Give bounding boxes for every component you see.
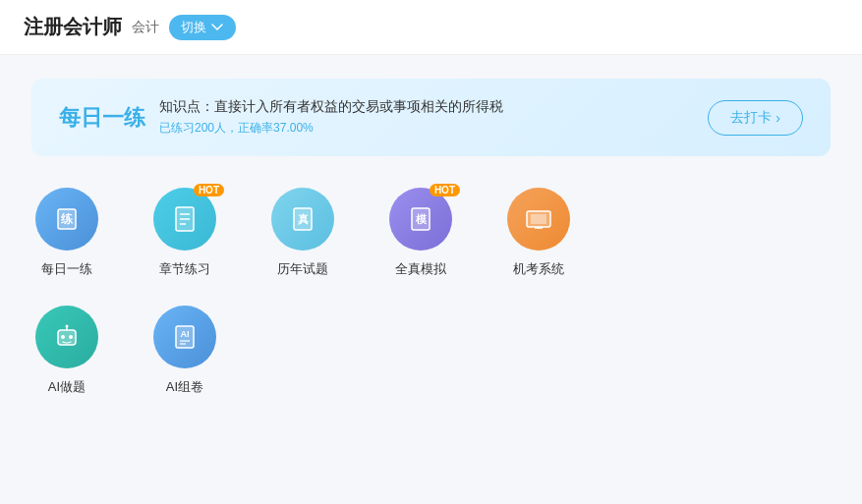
svg-point-22 (69, 335, 73, 339)
svg-text:模: 模 (415, 213, 428, 225)
menu-item-ai-compose[interactable]: AI AI组卷 (149, 306, 220, 396)
exam-label-text: 机考系统 (513, 260, 564, 278)
banner-knowledge: 知识点：直接计入所有者权益的交易或事项相关的所得税 (159, 98, 503, 116)
go-btn[interactable]: 去打卡 › (708, 100, 803, 136)
daily-banner: 每日一练 知识点：直接计入所有者权益的交易或事项相关的所得税 已练习200人，正… (31, 79, 831, 156)
chapter-hot-badge: HOT (194, 184, 224, 196)
history-label-text: 历年试题 (277, 260, 328, 278)
icon-row-2: AI做题 AI AI组卷 (31, 306, 831, 396)
svg-text:练: 练 (61, 212, 74, 226)
go-btn-label: 去打卡 (730, 109, 772, 127)
daily-label: 每日一练 (59, 103, 145, 133)
main-content: 每日一练 知识点：直接计入所有者权益的交易或事项相关的所得税 已练习200人，正… (0, 55, 862, 420)
icon-grid: 练 每日一练 HOT 章节练习 (31, 188, 831, 396)
svg-point-24 (66, 325, 69, 328)
menu-item-chapter[interactable]: HOT 章节练习 (149, 188, 220, 278)
icon-row-1: 练 每日一练 HOT 章节练习 (31, 188, 831, 278)
history-icon: 真 (287, 203, 318, 235)
chapter-icon (169, 203, 201, 235)
switch-button[interactable]: 切换 (169, 15, 236, 40)
switch-label: 切换 (181, 19, 206, 36)
fullsim-label-text: 全真模拟 (395, 260, 446, 278)
menu-item-history[interactable]: 真 历年试题 (267, 188, 338, 278)
header-subtitle: 会计 (132, 19, 159, 36)
exam-icon (523, 203, 554, 235)
banner-info: 知识点：直接计入所有者权益的交易或事项相关的所得税 已练习200人，正确率37.… (159, 98, 503, 137)
switch-icon (210, 21, 224, 34)
header: 注册会计师 会计 切换 (0, 0, 862, 55)
svg-point-21 (61, 335, 65, 339)
menu-item-exam[interactable]: 机考系统 (503, 188, 574, 278)
daily-label-text: 每日一练 (41, 260, 92, 278)
banner-stats: 已练习200人，正确率37.00% (159, 120, 503, 137)
daily-icon: 练 (51, 203, 83, 235)
menu-item-fullsim[interactable]: HOT 模 全真模拟 (385, 188, 456, 278)
ai-compose-icon: AI (169, 321, 201, 353)
svg-text:AI: AI (181, 329, 190, 339)
fullsim-icon: 模 (405, 203, 436, 235)
banner-left: 每日一练 知识点：直接计入所有者权益的交易或事项相关的所得税 已练习200人，正… (59, 98, 708, 137)
chapter-icon-circle: HOT (153, 188, 216, 251)
ai-do-label-text: AI做题 (48, 378, 86, 396)
header-title: 注册会计师 (24, 14, 122, 40)
daily-icon-circle: 练 (35, 188, 98, 251)
history-icon-circle: 真 (271, 188, 334, 251)
menu-item-ai-do[interactable]: AI做题 (31, 306, 102, 396)
ai-compose-icon-circle: AI (153, 306, 216, 368)
svg-rect-16 (531, 214, 546, 224)
ai-do-icon (51, 321, 83, 353)
chapter-label-text: 章节练习 (159, 260, 210, 278)
fullsim-icon-circle: HOT 模 (389, 188, 452, 251)
chevron-right-icon: › (776, 110, 780, 126)
fullsim-hot-badge: HOT (430, 184, 460, 196)
ai-compose-label-text: AI组卷 (166, 378, 203, 396)
svg-text:真: 真 (298, 213, 309, 225)
menu-item-daily[interactable]: 练 每日一练 (31, 188, 102, 278)
ai-do-icon-circle (35, 306, 98, 368)
exam-icon-circle (507, 188, 570, 251)
